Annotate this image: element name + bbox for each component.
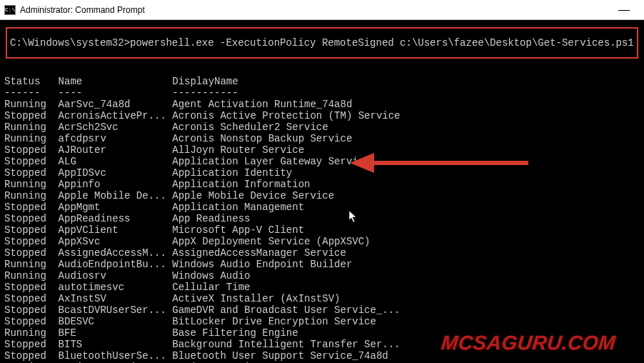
service-listing: Status Name DisplayName ------ ---- ----…	[4, 64, 640, 363]
output-block: Status Name DisplayName ------ ---- ----…	[4, 64, 640, 363]
cmd-icon: C:\	[4, 5, 16, 15]
command-highlight-box: C:\Windows\system32>powershell.exe -Exec…	[6, 27, 638, 59]
terminal-output[interactable]: C:\Windows\system32>powershell.exe -Exec…	[0, 20, 644, 363]
window-title: Administrator: Command Prompt	[20, 5, 608, 15]
window-titlebar: C:\ Administrator: Command Prompt —	[0, 0, 644, 20]
command-prompt: C:\Windows\system32>powershell.exe -Exec…	[10, 37, 634, 49]
watermark-text: MCSAGURU.COM	[440, 332, 616, 354]
minimize-button[interactable]: —	[608, 4, 640, 16]
